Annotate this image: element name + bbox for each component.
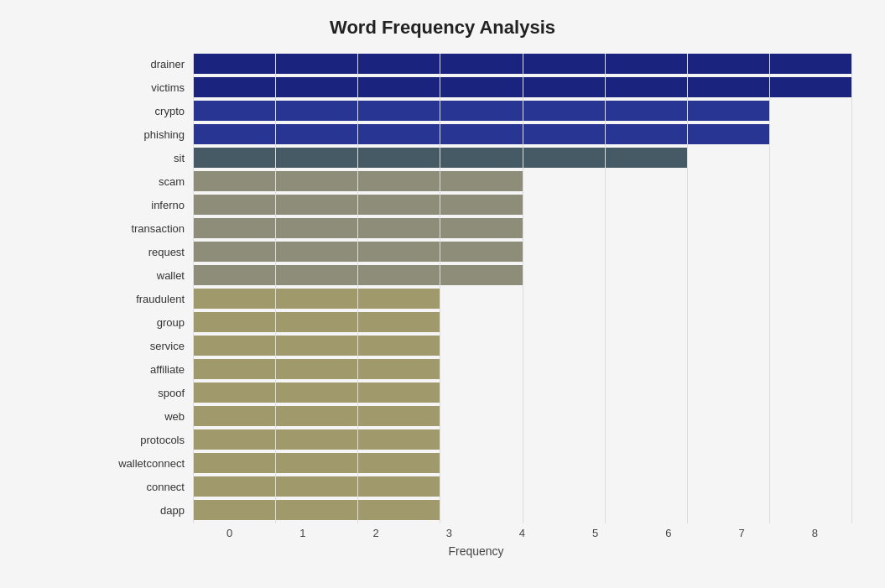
- bar-fill: [193, 429, 440, 450]
- x-tick-label: 0: [193, 527, 266, 539]
- chart-title: Word Frequency Analysis: [34, 17, 851, 39]
- bar-row: scam: [101, 171, 851, 191]
- bar-fill: [193, 359, 440, 379]
- bar-row: dapp: [101, 500, 851, 520]
- bar-fill: [193, 406, 440, 426]
- bar-row: sit: [101, 148, 851, 168]
- x-tick-label: 3: [413, 527, 486, 539]
- bar-fill: [193, 242, 523, 262]
- bar-fill: [193, 77, 851, 97]
- bar-label: phishing: [101, 128, 193, 141]
- bar-label: web: [101, 410, 193, 423]
- bar-fill: [193, 218, 523, 238]
- bar-label: protocols: [101, 434, 193, 446]
- bar-fill: [193, 289, 440, 309]
- bar-label: walletconnect: [101, 457, 193, 470]
- x-tick-label: 5: [559, 527, 632, 539]
- bar-row: fraudulent: [101, 289, 851, 309]
- bar-row: walletconnect: [101, 453, 851, 473]
- bar-label: dapp: [101, 504, 193, 517]
- bar-row: request: [101, 242, 851, 262]
- bar-label: connect: [101, 481, 193, 493]
- x-tick-label: 8: [778, 527, 851, 539]
- bar-label: fraudulent: [101, 293, 193, 305]
- chart-container: Word Frequency Analysis drainervictimscr…: [0, 0, 885, 588]
- x-tick-label: 2: [339, 527, 412, 539]
- bar-row: phishing: [101, 124, 851, 144]
- bar-label: scam: [101, 175, 193, 188]
- bar-row: web: [101, 406, 851, 426]
- bar-row: connect: [101, 476, 851, 497]
- bar-fill: [193, 453, 440, 473]
- bar-fill: [193, 336, 440, 356]
- bar-label: inferno: [101, 199, 193, 211]
- bar-fill: [193, 476, 440, 497]
- bar-fill: [193, 101, 769, 121]
- bars-area: drainervictimscryptophishingsitscaminfer…: [101, 54, 851, 523]
- bar-label: sit: [101, 152, 193, 164]
- bar-fill: [193, 195, 523, 215]
- bar-row: wallet: [101, 265, 851, 285]
- x-tick-label: 6: [632, 527, 705, 539]
- x-tick-label: 4: [486, 527, 559, 539]
- bar-row: spoof: [101, 382, 851, 403]
- bar-label: crypto: [101, 105, 193, 117]
- bar-label: affiliate: [101, 363, 193, 376]
- bar-row: inferno: [101, 195, 851, 215]
- bar-row: crypto: [101, 101, 851, 121]
- bar-fill: [193, 382, 440, 403]
- x-tick-label: 1: [266, 527, 339, 539]
- bar-fill: [193, 54, 851, 74]
- x-tick-label: 7: [705, 527, 778, 539]
- bar-row: victims: [101, 77, 851, 97]
- bar-label: transaction: [101, 222, 193, 235]
- bar-label: wallet: [101, 269, 193, 282]
- bar-fill: [193, 312, 440, 332]
- bar-row: drainer: [101, 54, 851, 74]
- bar-fill: [193, 148, 687, 168]
- bar-fill: [193, 500, 440, 520]
- bar-label: drainer: [101, 58, 193, 70]
- x-axis: 012345678 Frequency: [101, 527, 851, 552]
- bar-label: spoof: [101, 387, 193, 399]
- bar-row: group: [101, 312, 851, 332]
- bar-label: service: [101, 340, 193, 352]
- bar-label: group: [101, 316, 193, 329]
- bar-label: request: [101, 246, 193, 258]
- bar-row: service: [101, 336, 851, 356]
- bar-row: affiliate: [101, 359, 851, 379]
- bar-label: victims: [101, 81, 193, 94]
- x-axis-title: Frequency: [101, 544, 851, 558]
- bar-fill: [193, 171, 523, 191]
- bar-fill: [193, 265, 523, 285]
- bar-row: protocols: [101, 429, 851, 450]
- bar-fill: [193, 124, 769, 144]
- bar-row: transaction: [101, 218, 851, 238]
